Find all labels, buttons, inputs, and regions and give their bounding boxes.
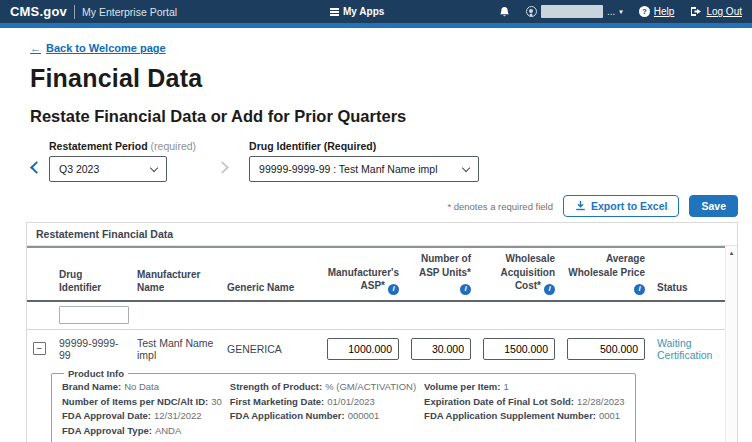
help-link[interactable]: ? Help: [639, 6, 675, 17]
wholesale-acquisition-cost-input[interactable]: [483, 338, 555, 360]
column-header-manufacturers-asp: Manufacturer's ASP*i: [321, 247, 405, 301]
back-link-label: Back to Welcome page: [46, 42, 166, 54]
filter-row: [27, 301, 731, 330]
drug-identifier-value: 99999-9999-99 : Test Manf Name impl: [259, 163, 437, 175]
table-toolbar: * denotes a required field Export to Exc…: [30, 195, 738, 217]
drug-identifier-label: Drug Identifier (Required): [249, 140, 479, 152]
help-icon: ?: [639, 6, 650, 17]
financial-data-table: Drug Identifier Manufacturer Name Generi…: [27, 246, 731, 442]
save-label: Save: [701, 200, 726, 212]
product-info-column-3: Volume per Item:1 Expiration Date of Fin…: [424, 380, 624, 439]
product-info-label: FDA Approval Date:: [62, 410, 151, 421]
product-info-value: 0001: [599, 410, 620, 421]
save-button[interactable]: Save: [689, 195, 738, 217]
export-to-excel-button[interactable]: Export to Excel: [563, 195, 679, 217]
product-info-label: Volume per Item:: [424, 381, 500, 392]
chevron-down-icon: [462, 163, 470, 171]
product-info-label: FDA Application Supplement Number:: [424, 410, 596, 421]
drug-identifier-select[interactable]: 99999-9999-99 : Test Manf Name impl: [249, 156, 479, 182]
product-info-value: 30: [211, 396, 222, 407]
export-label: Export to Excel: [591, 200, 667, 212]
user-avatar-icon: [526, 6, 537, 17]
user-menu[interactable]: ... ▾: [526, 5, 623, 18]
top-navigation-bar: CMS.gov My Enterprise Portal My Apps ...…: [0, 0, 752, 23]
column-header-wholesale-acquisition-cost: Wholesale Acquisition Cost*i: [477, 247, 561, 301]
restatement-financial-data-panel: Restatement Financial Data Drug Identifi…: [26, 222, 738, 442]
column-header-generic-name: Generic Name: [221, 247, 321, 301]
column-header-average-wholesale-price: Average Wholesale Pricei: [561, 247, 651, 301]
next-quarter-chevron-icon[interactable]: [216, 161, 229, 174]
product-info-legend: Product Info: [64, 368, 128, 379]
logout-icon: [690, 6, 702, 17]
product-info-row: Product Info Brand Name:No Data Number o…: [27, 366, 731, 442]
scroll-up-icon[interactable]: ▴: [730, 249, 734, 256]
page-subtitle: Restate Financial Data or Add for Prior …: [30, 107, 744, 126]
restatement-filter-form: Restatement Period (required) Q3 2023 Dr…: [30, 140, 744, 182]
product-info-label: Number of Items per NDC/Alt ID:: [62, 396, 208, 407]
info-icon[interactable]: i: [634, 284, 645, 295]
panel-title: Restatement Financial Data: [27, 223, 737, 246]
page-content: ← Back to Welcome page Financial Data Re…: [0, 28, 752, 442]
average-wholesale-price-input[interactable]: [567, 338, 645, 360]
back-arrow-icon: ←: [30, 42, 41, 54]
table-header-row: Drug Identifier Manufacturer Name Generi…: [27, 247, 731, 301]
column-header-status: Status: [651, 247, 731, 301]
product-info-value: 12/31/2022: [154, 410, 202, 421]
info-icon[interactable]: i: [544, 284, 555, 295]
user-name-redacted: [541, 5, 603, 18]
manufacturers-asp-input[interactable]: [327, 338, 399, 360]
product-info-label: Brand Name:: [62, 381, 121, 392]
restatement-period-value: Q3 2023: [59, 163, 99, 175]
info-icon[interactable]: i: [460, 284, 471, 295]
my-apps-button[interactable]: My Apps: [330, 6, 384, 17]
product-info-fieldset: Product Info Brand Name:No Data Number o…: [51, 368, 636, 442]
asp-units-input[interactable]: [411, 338, 471, 360]
product-info-column-1: Brand Name:No Data Number of Items per N…: [62, 380, 222, 439]
my-apps-label: My Apps: [343, 6, 384, 17]
required-suffix: (required): [151, 140, 197, 152]
portal-logo: CMS.gov My Enterprise Portal: [10, 4, 177, 19]
cell-drug-identifier: 99999-9999-99: [53, 329, 131, 366]
restatement-period-select[interactable]: Q3 2023: [49, 156, 167, 182]
page-title: Financial Data: [30, 64, 744, 93]
user-name-ellipsis: ...: [607, 6, 615, 17]
user-menu-caret-icon: ▾: [619, 8, 623, 16]
column-header-asp-units: Number of ASP Units*i: [405, 247, 477, 301]
product-info-column-2: Strength of Product:% (GM/ACTIVATION) Fi…: [230, 380, 416, 439]
table-row: − 99999-9999-99 Test Manf Name impl GENE…: [27, 329, 731, 366]
product-info-value: 000001: [348, 410, 380, 421]
info-icon[interactable]: i: [388, 284, 399, 295]
product-info-label: First Marketing Date:: [230, 396, 325, 407]
portal-name: My Enterprise Portal: [82, 6, 177, 18]
cell-manufacturer-name: Test Manf Name impl: [131, 329, 221, 366]
product-info-value: ANDA: [155, 425, 181, 436]
logout-label: Log Out: [706, 6, 742, 17]
column-header-manufacturer-name: Manufacturer Name: [131, 247, 221, 301]
back-to-welcome-link[interactable]: ← Back to Welcome page: [30, 42, 166, 54]
logout-link[interactable]: Log Out: [690, 6, 742, 17]
previous-quarter-chevron-icon[interactable]: [30, 161, 43, 174]
product-info-label: Strength of Product:: [230, 381, 322, 392]
notifications-bell-icon[interactable]: [499, 6, 510, 18]
cms-logo-text: CMS.gov: [10, 4, 67, 19]
minus-icon: −: [37, 344, 43, 354]
restatement-period-field: Restatement Period (required) Q3 2023: [49, 140, 196, 182]
restatement-period-label: Restatement Period (required): [49, 140, 196, 152]
collapse-row-button[interactable]: −: [33, 342, 46, 355]
product-info-label: FDA Application Number:: [230, 410, 345, 421]
product-info-label: Expiration Date of Final Lot Sold:: [424, 396, 574, 407]
my-apps-icon: [330, 8, 339, 16]
panel-body: Drug Identifier Manufacturer Name Generi…: [27, 246, 737, 442]
download-icon: [575, 200, 586, 213]
product-info-value: 1: [503, 381, 508, 392]
product-info-value: No Data: [124, 381, 159, 392]
cell-generic-name: GENERICA: [221, 329, 321, 366]
vertical-scrollbar[interactable]: ▴ ▾: [725, 246, 737, 442]
drug-identifier-field: Drug Identifier (Required) 99999-9999-99…: [249, 140, 479, 182]
product-info-label: FDA Approval Type:: [62, 425, 152, 436]
product-info-value: 12/28/2023: [577, 396, 625, 407]
expand-column-header: [27, 247, 53, 301]
chevron-down-icon: [150, 163, 158, 171]
drug-identifier-filter-input[interactable]: [59, 306, 129, 324]
column-header-drug-identifier: Drug Identifier: [53, 247, 131, 301]
